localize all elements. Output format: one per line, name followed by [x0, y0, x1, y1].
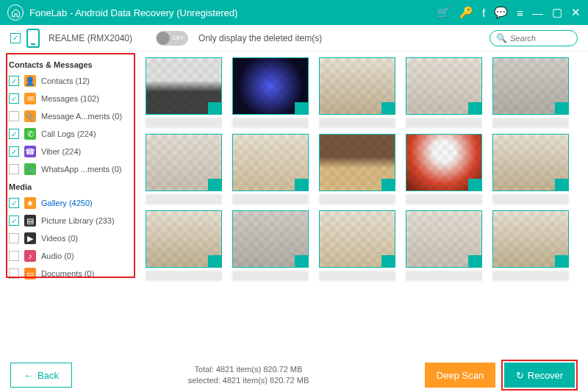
thumbnail-caption [232, 271, 309, 281]
category-checkbox[interactable]: ✓ [9, 76, 19, 86]
menu-icon[interactable]: ≡ [517, 7, 523, 19]
gallery-item[interactable] [406, 210, 482, 281]
gallery-item[interactable] [492, 134, 569, 204]
recover-icon: ↻ [516, 370, 524, 381]
app-title: FoneLab - Android Data Recovery (Unregis… [29, 7, 437, 18]
gallery-item[interactable] [232, 210, 309, 281]
only-deleted-toggle[interactable]: OFF [156, 31, 188, 46]
category-icon: ✆ [24, 128, 36, 140]
thumbnail[interactable] [406, 57, 482, 115]
gallery-item[interactable] [232, 134, 309, 204]
thumbnail[interactable] [319, 134, 395, 191]
category-checkbox[interactable] [9, 111, 19, 121]
select-badge[interactable] [295, 179, 308, 190]
select-badge[interactable] [468, 179, 481, 190]
thumbnail[interactable] [146, 134, 222, 191]
select-all-checkbox[interactable]: ✓ [10, 33, 21, 43]
sidebar-item[interactable]: ▶Videos (0) [7, 229, 137, 247]
select-badge[interactable] [555, 102, 568, 114]
select-badge[interactable] [208, 102, 221, 114]
category-icon: 📎 [24, 110, 36, 122]
category-checkbox[interactable] [9, 233, 19, 243]
group-media-title: Media [7, 178, 137, 194]
thumbnail[interactable] [319, 57, 395, 115]
deep-scan-button[interactable]: Deep Scan [425, 363, 495, 388]
recover-button[interactable]: ↻ Recover [504, 363, 575, 388]
category-checkbox[interactable] [9, 268, 19, 279]
thumbnail[interactable] [232, 210, 309, 268]
select-badge[interactable] [468, 255, 481, 267]
category-checkbox[interactable] [9, 164, 19, 174]
close-icon[interactable]: ✕ [571, 6, 581, 19]
cart-icon[interactable]: 🛒 [437, 6, 451, 19]
thumbnail[interactable] [406, 134, 482, 191]
gallery-item[interactable] [146, 57, 222, 128]
sidebar-item[interactable]: ✓✆Call Logs (224) [7, 125, 137, 143]
sidebar-item[interactable]: ✓★Gallery (4250) [7, 194, 137, 212]
gallery-item[interactable] [319, 57, 395, 128]
gallery-item[interactable] [146, 134, 222, 204]
gallery-item[interactable] [492, 57, 569, 128]
thumbnail[interactable] [492, 57, 569, 115]
thumbnail[interactable] [319, 210, 395, 268]
thumbnail-caption [319, 118, 395, 128]
select-badge[interactable] [381, 179, 395, 190]
category-label: Gallery (4250) [41, 199, 93, 207]
thumbnail[interactable] [232, 57, 309, 115]
category-label: Picture Library (233) [41, 216, 115, 225]
select-badge[interactable] [555, 255, 568, 267]
key-icon[interactable]: 🔑 [459, 6, 473, 19]
gallery-grid[interactable] [140, 51, 588, 358]
select-badge[interactable] [381, 255, 395, 267]
thumbnail-caption [492, 271, 569, 281]
home-icon[interactable] [7, 4, 24, 21]
stats-total: Total: 4821 item(s) 820.72 MB [188, 364, 309, 375]
gallery-item[interactable] [492, 210, 569, 281]
gallery-item[interactable] [406, 134, 482, 204]
sidebar-item[interactable]: 📎Message A...ments (0) [7, 107, 137, 125]
gallery-item[interactable] [146, 210, 222, 281]
search-box[interactable]: 🔍 [490, 30, 578, 46]
gallery-item[interactable] [319, 210, 395, 281]
category-checkbox[interactable] [9, 251, 19, 261]
sidebar-item[interactable]: ✓▤Picture Library (233) [7, 212, 137, 229]
category-label: Documents (0) [41, 269, 94, 278]
category-icon: ♪ [24, 250, 36, 262]
feedback-icon[interactable]: 💬 [494, 6, 508, 19]
select-badge[interactable] [381, 102, 395, 114]
thumbnail[interactable] [232, 134, 309, 191]
category-checkbox[interactable]: ✓ [9, 93, 19, 104]
sidebar-item[interactable]: ✓☎Viber (224) [7, 143, 137, 160]
sidebar-item[interactable]: ▭Documents (0) [7, 265, 137, 282]
thumbnail[interactable] [146, 57, 222, 115]
only-deleted-label: Only display the deleted item(s) [198, 33, 322, 43]
select-badge[interactable] [208, 255, 221, 267]
category-checkbox[interactable]: ✓ [9, 215, 19, 226]
thumbnail[interactable] [406, 210, 482, 268]
maximize-icon[interactable]: ▢ [552, 6, 562, 19]
sidebar-item[interactable]: 📎WhatsApp ...ments (0) [7, 160, 137, 178]
sidebar-item[interactable]: ✓👤Contacts (12) [7, 72, 137, 90]
gallery-item[interactable] [406, 57, 482, 128]
search-input[interactable] [510, 34, 569, 43]
select-badge[interactable] [555, 179, 568, 190]
category-checkbox[interactable]: ✓ [9, 129, 19, 139]
category-icon: 👤 [24, 75, 36, 87]
select-badge[interactable] [208, 179, 221, 190]
thumbnail[interactable] [146, 210, 222, 268]
category-checkbox[interactable]: ✓ [9, 198, 19, 208]
back-button[interactable]: ← Back [10, 363, 72, 388]
category-checkbox[interactable]: ✓ [9, 146, 19, 157]
gallery-item[interactable] [232, 57, 309, 128]
thumbnail[interactable] [492, 210, 569, 268]
sidebar-item[interactable]: ♪Audio (0) [7, 247, 137, 265]
sidebar-item[interactable]: ✓✉Messages (102) [7, 90, 137, 107]
select-badge[interactable] [295, 255, 308, 267]
select-badge[interactable] [295, 102, 308, 114]
thumbnail[interactable] [492, 134, 569, 191]
select-badge[interactable] [468, 102, 481, 114]
facebook-icon[interactable]: f [482, 7, 485, 19]
minimize-icon[interactable]: — [532, 7, 543, 19]
category-icon: ★ [24, 197, 36, 209]
gallery-item[interactable] [319, 134, 395, 204]
